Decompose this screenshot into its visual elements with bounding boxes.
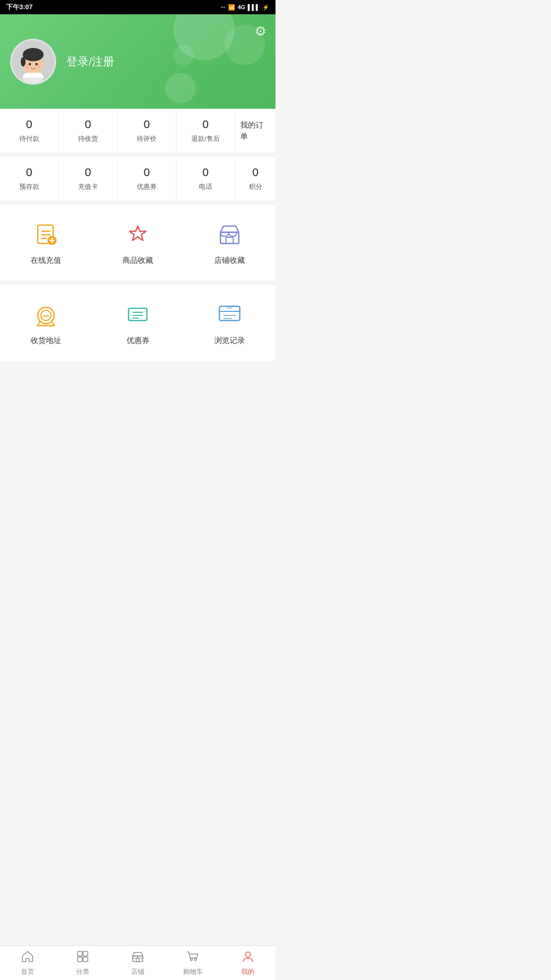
tool-item-history[interactable]: VIP 浏览记录 bbox=[184, 295, 276, 351]
deposit-label: 预存款 bbox=[19, 182, 39, 191]
svg-rect-20 bbox=[226, 237, 233, 243]
svg-point-9 bbox=[37, 64, 40, 68]
points-count: 0 bbox=[252, 166, 258, 179]
coupon-label: 优惠券 bbox=[137, 182, 157, 191]
svg-point-7 bbox=[35, 63, 38, 65]
order-item-pending-review[interactable]: 0 待评价 bbox=[118, 109, 177, 153]
order-section: 0 待付款 0 待收货 0 待评价 0 退款/售后 我的订单 bbox=[0, 109, 276, 157]
store-icon bbox=[215, 220, 244, 249]
wallet-section: 0 预存款 0 充值卡 0 优惠券 0 电话 0 积分 bbox=[0, 157, 276, 205]
svg-point-4 bbox=[22, 47, 43, 61]
svg-point-6 bbox=[29, 63, 31, 65]
recharge-label: 在线充值 bbox=[31, 256, 61, 265]
coupon-icon bbox=[123, 300, 152, 329]
recharge-card-label: 充值卡 bbox=[78, 182, 98, 191]
pending-review-count: 0 bbox=[144, 118, 150, 131]
order-item-pending-pay[interactable]: 0 待付款 bbox=[0, 109, 59, 153]
wallet-items: 0 预存款 0 充值卡 0 优惠券 0 电话 bbox=[0, 157, 235, 201]
service-item-recharge[interactable]: 在线充值 bbox=[0, 215, 92, 271]
service-item-store-favorite[interactable]: 店铺收藏 bbox=[184, 215, 276, 271]
history-icon: VIP bbox=[215, 300, 244, 329]
svg-marker-17 bbox=[130, 226, 146, 240]
svg-text:VIP: VIP bbox=[227, 306, 233, 310]
tool-item-address[interactable]: VIP 收货地址 bbox=[0, 295, 92, 351]
address-icon: VIP bbox=[32, 300, 60, 329]
points-item[interactable]: 0 积分 bbox=[235, 157, 276, 201]
wallet-item-phone[interactable]: 0 电话 bbox=[177, 157, 235, 201]
svg-rect-27 bbox=[129, 308, 147, 321]
order-items: 0 待付款 0 待收货 0 待评价 0 退款/售后 bbox=[0, 109, 235, 153]
order-item-pending-receive[interactable]: 0 待收货 bbox=[59, 109, 117, 153]
phone-label: 电话 bbox=[199, 182, 212, 191]
favorite-icon bbox=[123, 220, 152, 249]
status-icons: ··· 📶 4G ▌▌▌ ⚡ bbox=[221, 4, 269, 11]
service-item-product-favorite[interactable]: 商品收藏 bbox=[92, 215, 184, 271]
order-item-refund[interactable]: 0 退款/售后 bbox=[177, 109, 235, 153]
header-banner[interactable]: ⚙ 登录/注册 bbox=[0, 14, 276, 109]
product-favorite-label: 商品收藏 bbox=[122, 256, 153, 265]
avatar[interactable] bbox=[10, 39, 56, 85]
refund-label: 退款/售后 bbox=[191, 134, 220, 143]
recharge-icon bbox=[32, 220, 60, 249]
deposit-count: 0 bbox=[26, 166, 32, 179]
svg-point-5 bbox=[21, 57, 26, 66]
wallet-item-recharge-card[interactable]: 0 充值卡 bbox=[59, 157, 117, 201]
address-label: 收货地址 bbox=[31, 336, 61, 346]
svg-text:VIP: VIP bbox=[43, 314, 50, 318]
pending-receive-label: 待收货 bbox=[78, 134, 98, 143]
pending-receive-count: 0 bbox=[85, 118, 91, 131]
store-favorite-label: 店铺收藏 bbox=[214, 256, 245, 265]
phone-count: 0 bbox=[203, 166, 209, 179]
pending-pay-label: 待付款 bbox=[19, 134, 39, 143]
coupon-count: 0 bbox=[144, 166, 150, 179]
tool-section: VIP 收货地址 优惠券 VIP bbox=[0, 285, 276, 365]
status-time: 下午3:07 bbox=[6, 3, 33, 12]
settings-icon[interactable]: ⚙ bbox=[255, 23, 266, 39]
tool-item-coupon[interactable]: 优惠券 bbox=[92, 295, 184, 351]
svg-point-8 bbox=[26, 64, 29, 68]
coupon-label: 优惠券 bbox=[127, 336, 149, 346]
pending-review-label: 待评价 bbox=[137, 134, 157, 143]
points-label: 积分 bbox=[249, 182, 262, 191]
wallet-item-deposit[interactable]: 0 预存款 bbox=[0, 157, 59, 201]
refund-count: 0 bbox=[203, 118, 209, 131]
service-section: 在线充值 商品收藏 店铺收藏 bbox=[0, 205, 276, 285]
my-order-button[interactable]: 我的订单 bbox=[235, 109, 276, 153]
status-bar: 下午3:07 ··· 📶 4G ▌▌▌ ⚡ bbox=[0, 0, 276, 14]
pending-pay-count: 0 bbox=[26, 118, 32, 131]
my-order-label: 我的订单 bbox=[240, 119, 270, 142]
recharge-card-count: 0 bbox=[85, 166, 91, 179]
history-label: 浏览记录 bbox=[214, 336, 245, 346]
wallet-item-coupon[interactable]: 0 优惠券 bbox=[118, 157, 177, 201]
login-label[interactable]: 登录/注册 bbox=[66, 54, 114, 69]
